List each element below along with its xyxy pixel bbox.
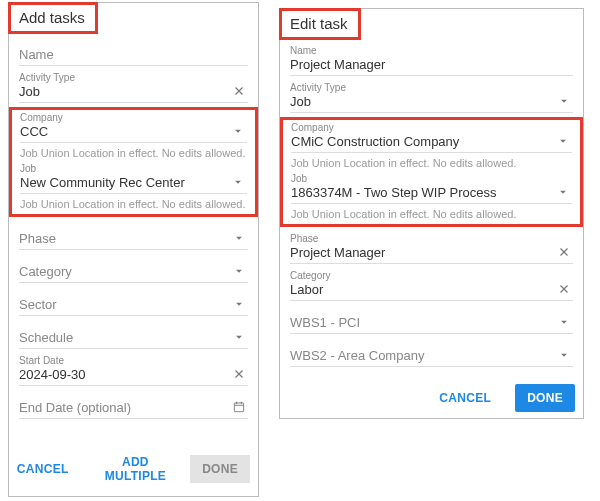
chevron-down-icon [231, 175, 245, 189]
activity-type-field[interactable]: Activity Type Job [290, 80, 573, 113]
field-value: CCC [20, 124, 247, 140]
category-field[interactable]: Category [19, 254, 248, 283]
footer-actions: CANCEL ADD MULTIPLE DONE [5, 448, 250, 490]
clear-icon[interactable] [232, 84, 246, 98]
phase-field[interactable]: Phase Project Manager [290, 231, 573, 264]
lock-message: Job Union Location in effect. No edits a… [20, 143, 247, 161]
schedule-field[interactable]: Schedule [19, 320, 248, 349]
chevron-down-icon [232, 330, 246, 344]
footer-actions: CANCEL DONE [427, 384, 575, 412]
phase-field[interactable]: Phase [19, 221, 248, 250]
chevron-down-icon [556, 134, 570, 148]
field-label: Job [291, 173, 307, 184]
done-button[interactable]: DONE [515, 384, 575, 412]
wbs2-field[interactable]: WBS2 - Area Company [290, 338, 573, 367]
field-placeholder: Schedule [19, 330, 248, 346]
chevron-down-icon [557, 315, 571, 329]
edit-task-panel: Edit task Name Project Manager Activity … [279, 8, 584, 419]
panel-title: Edit task [279, 8, 361, 40]
job-field[interactable]: Job New Community Rec Center [20, 161, 247, 194]
field-value: 2024-09-30 [19, 367, 248, 383]
field-label: Category [290, 270, 331, 281]
calendar-icon[interactable] [232, 400, 246, 414]
chevron-down-icon [232, 231, 246, 245]
lock-message: Job Union Location in effect. No edits a… [291, 153, 572, 171]
add-multiple-button[interactable]: ADD MULTIPLE [93, 448, 179, 490]
clear-icon[interactable] [557, 282, 571, 296]
field-value: New Community Rec Center [20, 175, 247, 191]
clear-icon[interactable] [232, 367, 246, 381]
sector-field[interactable]: Sector [19, 287, 248, 316]
field-label: Phase [290, 233, 318, 244]
lock-message: Job Union Location in effect. No edits a… [291, 204, 572, 222]
field-placeholder: WBS1 - PCI [290, 315, 573, 331]
field-placeholder: Phase [19, 231, 248, 247]
field-label: Start Date [19, 355, 64, 366]
chevron-down-icon [557, 94, 571, 108]
name-field[interactable]: Name [19, 37, 248, 66]
field-value: Project Manager [290, 245, 573, 261]
locked-group: Company CCC Job Union Location in effect… [9, 107, 258, 217]
name-field[interactable]: Name Project Manager [290, 43, 573, 76]
chevron-down-icon [232, 264, 246, 278]
panel-title: Add tasks [8, 2, 98, 34]
field-label: Company [20, 112, 63, 123]
done-button: DONE [190, 455, 250, 483]
field-label: Name [290, 45, 317, 56]
field-placeholder: Category [19, 264, 248, 280]
field-value: Job [19, 84, 248, 100]
field-value: Project Manager [290, 57, 573, 73]
cancel-button[interactable]: CANCEL [427, 384, 503, 412]
lock-message: Job Union Location in effect. No edits a… [20, 194, 247, 212]
field-label: Activity Type [290, 82, 346, 93]
chevron-down-icon [232, 297, 246, 311]
field-value: 1863374M - Two Step WIP Process [291, 185, 572, 201]
field-value: CMiC Construction Company [291, 134, 572, 150]
end-date-field[interactable]: End Date (optional) [19, 390, 248, 419]
wbs1-field[interactable]: WBS1 - PCI [290, 305, 573, 334]
field-value: Labor [290, 282, 573, 298]
company-field[interactable]: Company CCC [20, 110, 247, 143]
field-label: Company [291, 122, 334, 133]
field-placeholder: WBS2 - Area Company [290, 348, 573, 364]
activity-type-field[interactable]: Activity Type Job [19, 70, 248, 103]
clear-icon[interactable] [557, 245, 571, 259]
chevron-down-icon [231, 124, 245, 138]
field-label: Job [20, 163, 36, 174]
chevron-down-icon [557, 348, 571, 362]
name-placeholder: Name [19, 47, 248, 63]
chevron-down-icon [556, 185, 570, 199]
field-placeholder: End Date (optional) [19, 400, 248, 416]
company-field[interactable]: Company CMiC Construction Company [291, 120, 572, 153]
start-date-field[interactable]: Start Date 2024-09-30 [19, 353, 248, 386]
cancel-button[interactable]: CANCEL [5, 455, 81, 483]
locked-group: Company CMiC Construction Company Job Un… [280, 117, 583, 227]
category-field[interactable]: Category Labor [290, 268, 573, 301]
field-value: Job [290, 94, 573, 110]
add-tasks-panel: Add tasks Name Activity Type Job Company… [8, 2, 259, 497]
field-placeholder: Sector [19, 297, 248, 313]
job-field[interactable]: Job 1863374M - Two Step WIP Process [291, 171, 572, 204]
field-label: Activity Type [19, 72, 75, 83]
